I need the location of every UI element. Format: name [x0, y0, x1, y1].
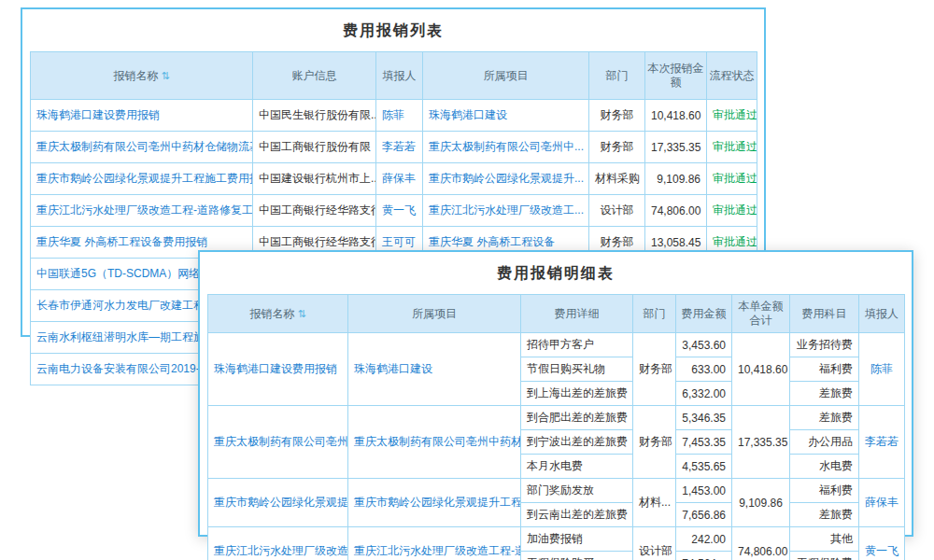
project-cell: 重庆市鹅岭公园绿化景观提升...: [423, 163, 589, 195]
status-link[interactable]: 审批通过: [713, 108, 757, 121]
dept-cell: 材料采购: [589, 163, 645, 195]
filler-link[interactable]: 陈菲: [382, 108, 404, 121]
sort-icon[interactable]: ⇅: [161, 70, 169, 81]
col-total-amount: 本单金额合计: [732, 295, 790, 333]
expense-amount-cell: 1,453.00: [676, 479, 732, 503]
reimburse-name-link[interactable]: 重庆江北污水处理厂级改造工程-道路修复工程费用...: [36, 203, 253, 217]
project-link[interactable]: 重庆市鹅岭公园绿化景观提升...: [429, 172, 584, 185]
expense-detail-cell: 节假日购买礼物: [521, 357, 633, 382]
expense-detail-cell: 到合肥出差的差旅费: [521, 406, 633, 430]
amount-cell: 17,335.35: [645, 132, 707, 163]
project-link[interactable]: 重庆太极制药有限公司亳州中...: [429, 140, 584, 153]
project-cell: 重庆市鹅岭公园绿化景观提升工程施工: [348, 479, 521, 527]
reimburse-name-link[interactable]: 重庆市鹅岭公园绿化景观提升工程施工费用报销: [36, 172, 253, 185]
filler-cell: 李若若: [859, 406, 905, 479]
project-link[interactable]: 珠海鹤港口建设: [354, 362, 432, 375]
expense-detail-cell: 本月水电费: [521, 455, 633, 479]
col-expense-category: 费用科目: [790, 295, 859, 333]
col-reimburse-name: 报销名称⇅: [31, 52, 253, 100]
dept-cell: 财务部: [589, 132, 645, 163]
status-cell: 审批通过: [707, 132, 757, 163]
col-status: 流程状态: [707, 52, 757, 100]
table-row: 重庆太极制药有限公司亳州中药材仓储物流基地项... 中国工商银行股份有限 李若若…: [31, 132, 757, 163]
filler-link[interactable]: 王可可: [382, 235, 416, 248]
total-amount-cell: 74,806.00: [732, 527, 790, 560]
name-cell: 珠海鹤港口建设费用报销: [208, 333, 348, 406]
expense-amount-cell: 7,453.35: [676, 430, 732, 455]
filler-link[interactable]: 李若若: [382, 140, 416, 153]
expense-category-cell: 福利费: [790, 357, 859, 382]
table-row: 重庆市鹅岭公园绿化景观提升工程 重庆市鹅岭公园绿化景观提升工程施工 部门奖励发放…: [208, 479, 905, 503]
expense-detail-cell: 到上海出差的差旅费: [521, 382, 633, 406]
col-reimburse-name-label: 报销名称: [113, 69, 158, 82]
expense-category-cell: 差旅费: [790, 503, 859, 527]
reimburse-name-link[interactable]: 珠海鹤港口建设费用报销: [214, 362, 337, 375]
expense-amount-cell: 4,535.65: [676, 455, 732, 479]
reimburse-name-link[interactable]: 珠海鹤港口建设费用报销: [36, 108, 160, 121]
expense-amount-cell: 633.00: [676, 357, 732, 382]
expense-detail-cell: 到宁波出差的差旅费: [521, 430, 633, 455]
table-row: 珠海鹤港口建设费用报销 中国民生银行股份有限... 陈菲 珠海鹤港口建设 财务部…: [31, 100, 757, 132]
status-link[interactable]: 审批通过: [713, 140, 757, 153]
col-filler: 填报人: [859, 295, 905, 333]
project-link[interactable]: 重庆华夏 外高桥工程设备: [429, 235, 555, 248]
reimburse-name-link[interactable]: 重庆市鹅岭公园绿化景观提升工程: [214, 496, 348, 509]
table-row: 重庆太极制药有限公司亳州中药 重庆太极制药有限公司亳州中药材仓储物流 到合肥出差…: [208, 406, 905, 430]
expense-detail-cell: 部门奖励发放: [521, 479, 633, 503]
filler-link[interactable]: 薛保丰: [865, 496, 899, 509]
expense-category-cell: 差旅费: [790, 406, 859, 430]
expense-amount-cell: 242.00: [676, 527, 732, 552]
project-link[interactable]: 重庆江北污水处理厂级改造工...: [429, 203, 584, 217]
filler-cell: 陈菲: [859, 333, 905, 406]
expense-amount-cell: 5,346.35: [676, 406, 732, 430]
filler-link[interactable]: 黄一飞: [382, 203, 416, 217]
name-cell: 重庆江北污水处理厂级改造工程-: [208, 527, 348, 560]
status-link[interactable]: 审批通过: [713, 172, 757, 185]
list-panel-title: 费用报销列表: [22, 9, 764, 51]
col-reimburse-name: 报销名称⇅: [208, 295, 348, 333]
account-cell: 中国民生银行股份有限...: [253, 100, 376, 132]
expense-detail-table: 报销名称⇅ 所属项目 费用详细 部门 费用金额 本单金额合计 费用科目 填报人 …: [207, 294, 905, 560]
project-link[interactable]: 珠海鹤港口建设: [429, 108, 507, 121]
filler-link[interactable]: 陈菲: [870, 362, 893, 375]
expense-amount-cell: 6,332.00: [676, 382, 732, 406]
status-link[interactable]: 审批通过: [713, 235, 757, 248]
name-cell: 重庆市鹅岭公园绿化景观提升工程: [208, 479, 348, 527]
dept-cell: 设计部: [633, 527, 676, 560]
status-link[interactable]: 审批通过: [713, 203, 757, 217]
filler-link[interactable]: 薛保丰: [382, 172, 416, 185]
dept-cell: 设计部: [589, 195, 645, 227]
expense-amount-cell: 74,564...: [676, 552, 732, 560]
project-link[interactable]: 重庆江北污水处理厂级改造工程-道路修复工: [354, 544, 521, 557]
status-cell: 审批通过: [707, 100, 757, 132]
dept-cell: 财务部: [633, 333, 676, 406]
dept-cell: 财务部: [589, 100, 645, 132]
reimburse-name-link[interactable]: 重庆太极制药有限公司亳州中药: [214, 435, 348, 448]
list-header-row: 报销名称⇅ 账户信息 填报人 所属项目 部门 本次报销金额 流程状态: [31, 52, 757, 100]
col-dept: 部门: [633, 295, 676, 333]
name-cell: 珠海鹤港口建设费用报销: [31, 100, 253, 132]
filler-link[interactable]: 李若若: [865, 435, 899, 448]
expense-category-cell: 办公用品: [790, 430, 859, 455]
reimburse-name-link[interactable]: 重庆太极制药有限公司亳州中药材仓储物流基地项...: [36, 140, 253, 153]
expense-amount-cell: 7,656.86: [676, 503, 732, 527]
project-cell: 重庆太极制药有限公司亳州中药材仓储物流: [348, 406, 521, 479]
col-expense-amount: 费用金额: [676, 295, 732, 333]
reimburse-name-link[interactable]: 重庆华夏 外高桥工程设备费用报销: [36, 235, 207, 248]
reimburse-name-link[interactable]: 重庆江北污水处理厂级改造工程-: [214, 544, 348, 557]
total-amount-cell: 9,109.86: [732, 479, 790, 527]
project-cell: 珠海鹤港口建设: [348, 333, 521, 406]
expense-category-cell: 其他: [790, 527, 859, 552]
expense-category-cell: 水电费: [790, 455, 859, 479]
project-cell: 重庆江北污水处理厂级改造工...: [423, 195, 589, 227]
filler-link[interactable]: 黄一飞: [865, 544, 899, 557]
project-link[interactable]: 重庆市鹅岭公园绿化景观提升工程施工: [354, 496, 521, 509]
total-amount-cell: 17,335.35: [732, 406, 790, 479]
sort-icon[interactable]: ⇅: [297, 308, 305, 319]
name-cell: 重庆太极制药有限公司亳州中药: [208, 406, 348, 479]
col-amount: 本次报销金额: [645, 52, 707, 100]
project-link[interactable]: 重庆太极制药有限公司亳州中药材仓储物流: [354, 435, 521, 448]
dept-cell: 财务部: [633, 406, 676, 479]
account-cell: 中国工商银行经华路支行: [253, 195, 376, 227]
detail-panel-title: 费用报销明细表: [200, 252, 912, 294]
